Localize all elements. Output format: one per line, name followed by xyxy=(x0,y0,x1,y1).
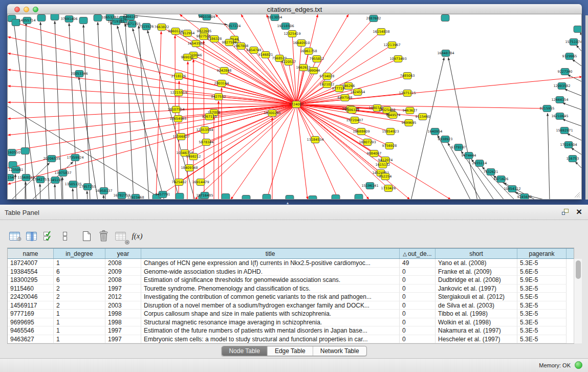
table-cell[interactable]: 5.3E-5 xyxy=(517,310,567,318)
tab-network-table[interactable]: Network Table xyxy=(313,346,366,356)
table-cell[interactable]: 1 xyxy=(54,335,105,344)
table-cell[interactable]: 0 xyxy=(400,335,435,344)
table-cell[interactable]: 1 xyxy=(54,259,105,268)
show-column-button[interactable] xyxy=(24,229,38,243)
table-cell[interactable]: 5.6E-5 xyxy=(517,268,567,276)
table-row[interactable]: 946362711997Embryonic stem cells: a mode… xyxy=(8,335,574,344)
graph-node[interactable] xyxy=(37,15,46,21)
table-cell[interactable]: 9115460 xyxy=(8,285,54,293)
table-cell[interactable]: 0 xyxy=(400,310,435,318)
graph-node[interactable] xyxy=(286,195,294,200)
table-cell[interactable]: 49 xyxy=(400,259,435,268)
table-cell[interactable]: Disruption of a novel member of a sodium… xyxy=(141,301,400,310)
table-cell[interactable]: Nakamura et al. (1997) xyxy=(435,326,517,335)
graph-node[interactable] xyxy=(355,194,363,200)
table-cell[interactable]: 1997 xyxy=(105,326,141,335)
table-cell[interactable]: 9699695 xyxy=(8,318,54,327)
network-canvas[interactable]: 1724007183002951405571437691406106532871… xyxy=(7,14,582,200)
float-panel-icon[interactable] xyxy=(561,208,569,215)
table-cell[interactable]: 5.3E-5 xyxy=(517,259,567,268)
graph-node[interactable] xyxy=(222,194,230,200)
table-cell[interactable]: 9463627 xyxy=(8,335,54,344)
table-row[interactable]: 969969511998Structural magnetic resonanc… xyxy=(8,318,574,327)
table-cell[interactable]: 6 xyxy=(54,276,105,285)
table-cell[interactable]: 5.3E-5 xyxy=(517,301,567,310)
table-cell[interactable]: 18724007 xyxy=(8,259,54,268)
column-header-title[interactable]: title xyxy=(141,249,400,258)
table-cell[interactable]: 18300295 xyxy=(8,276,54,285)
select-columns-button[interactable] xyxy=(41,229,55,243)
graph-node[interactable] xyxy=(79,17,88,24)
table-cell[interactable]: 1 xyxy=(54,326,105,335)
table-cell[interactable]: 1997 xyxy=(105,285,141,293)
table-scrollbar-thumb[interactable] xyxy=(576,260,581,279)
table-cell[interactable]: Estimation of the future numbers of pati… xyxy=(141,326,400,335)
table-cell[interactable]: 2 xyxy=(54,301,105,310)
table-scrollbar[interactable] xyxy=(574,259,582,343)
table-cell[interactable]: Stergiakouli et al. (2012) xyxy=(435,293,517,301)
table-cell[interactable]: Changes of HCN gene expression and I(f) … xyxy=(141,259,400,268)
table-cell[interactable]: 5.9E-5 xyxy=(517,276,567,285)
merge-rows-button[interactable] xyxy=(58,229,72,243)
table-cell[interactable]: Tibbo et al. (1998) xyxy=(435,310,517,318)
table-cell[interactable]: 5.3E-5 xyxy=(517,285,567,293)
table-row[interactable]: 1456911722003Disruption of a novel membe… xyxy=(8,301,574,310)
column-header-year[interactable]: year xyxy=(105,249,141,258)
table-row[interactable]: 977716911998Corpus callosum shape and si… xyxy=(8,310,574,318)
table-cell[interactable]: 22420046 xyxy=(8,293,54,301)
table-cell[interactable]: Jankovic et al. (1997) xyxy=(435,285,517,293)
table-row[interactable]: 1872400712008Changes of HCN gene express… xyxy=(8,259,574,268)
table-cell[interactable]: 0 xyxy=(400,301,435,310)
table-cell[interactable]: Embryonic stem cells: a model to study s… xyxy=(141,335,400,344)
table-cell[interactable]: 2009 xyxy=(105,268,141,276)
column-header-pagerank[interactable]: pagerank xyxy=(517,249,567,258)
table-cell[interactable]: Investigating the contribution of common… xyxy=(141,293,400,301)
table-cell[interactable]: 5.3E-5 xyxy=(517,318,567,327)
table-cell[interactable]: 0 xyxy=(400,268,435,276)
table-cell[interactable]: 5.5E-5 xyxy=(517,293,567,301)
network-window[interactable]: citations_edges.txt 17240071830029514055… xyxy=(7,4,582,200)
close-panel-icon[interactable]: × xyxy=(576,208,582,216)
table-cell[interactable]: 14569117 xyxy=(8,301,54,310)
table-cell[interactable]: 6 xyxy=(54,268,105,276)
table-cell[interactable]: 1997 xyxy=(105,335,141,344)
tab-node-table[interactable]: Node Table xyxy=(222,346,267,356)
tab-edge-table[interactable]: Edge Table xyxy=(267,346,313,356)
table-cell[interactable]: 5.3E-5 xyxy=(517,326,567,335)
column-header-in_degree[interactable]: in_degree xyxy=(54,249,105,258)
table-cell[interactable]: Hescheler et al. (1997) xyxy=(435,335,517,344)
table-cell[interactable]: Yano et al. (2008) xyxy=(435,259,517,268)
table-cell[interactable]: Franke et al. (2009) xyxy=(435,268,517,276)
table-cell[interactable]: de Silva et al. (2003) xyxy=(435,301,517,310)
graph-node[interactable] xyxy=(51,14,59,20)
graph-node[interactable] xyxy=(263,194,271,200)
table-cell[interactable]: Corpus callosum shape and size in male p… xyxy=(141,310,400,318)
column-header-name[interactable]: name xyxy=(8,249,54,258)
function-builder-button[interactable]: f(x) xyxy=(130,229,144,243)
table-row[interactable]: 911546021997Tourette syndrome. Phenomeno… xyxy=(8,285,574,293)
table-cell[interactable]: 9465546 xyxy=(8,326,54,335)
table-cell[interactable]: 2008 xyxy=(105,259,141,268)
table-cell[interactable]: 19384554 xyxy=(8,268,54,276)
table-cell[interactable]: 1 xyxy=(54,318,105,327)
table-settings-button[interactable]: ⚙ xyxy=(7,229,21,243)
table-cell[interactable]: 9777169 xyxy=(8,310,54,318)
table-cell[interactable]: Genome-wide association studies in ADHD. xyxy=(141,268,400,276)
table-row[interactable]: 1938455462009Genome-wide association stu… xyxy=(8,268,574,276)
graph-node[interactable] xyxy=(242,195,250,200)
table-cell[interactable]: Dudbridge et al. (2008) xyxy=(435,276,517,285)
table-cell[interactable]: 0 xyxy=(400,326,435,335)
table-cell[interactable]: Wolkin et al. (1998) xyxy=(435,318,517,327)
table-cell[interactable]: 2012 xyxy=(105,293,141,301)
graph-node[interactable] xyxy=(94,15,102,21)
table-cell[interactable]: 0 xyxy=(400,318,435,327)
table-cell[interactable]: 5.3E-5 xyxy=(517,335,567,344)
delete-rows-button[interactable] xyxy=(96,229,111,243)
graph-node[interactable] xyxy=(21,148,29,155)
table-cell[interactable]: Structural magnetic resonance image aver… xyxy=(141,318,400,327)
table-row[interactable]: 2242004622012Investigating the contribut… xyxy=(8,293,574,301)
table-row[interactable]: 946554611997Estimation of the future num… xyxy=(8,326,574,335)
graph-node[interactable] xyxy=(176,193,184,200)
table-cell[interactable]: 2 xyxy=(54,285,105,293)
graph-node[interactable] xyxy=(441,15,449,21)
